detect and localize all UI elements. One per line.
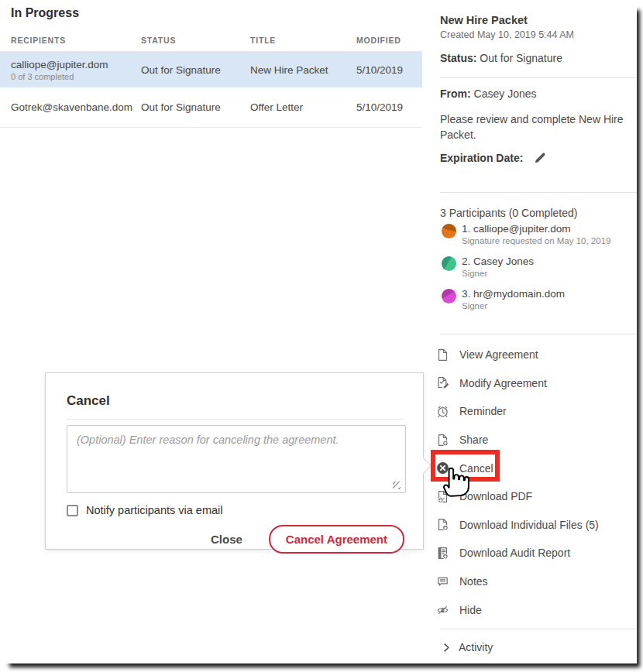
agreements-list: In Progress RECIPIENTS STATUS TITLE MODI… (0, 0, 422, 128)
activity-expander[interactable]: Activity (442, 641, 493, 653)
action-label: Share (459, 434, 488, 446)
activity-label: Activity (459, 641, 493, 653)
agreement-detail-panel: New Hire Packet Created May 10, 2019 5:4… (428, 0, 637, 663)
table-row[interactable]: calliope@jupiter.dom 0 of 3 completed Ou… (0, 52, 422, 87)
column-header-status[interactable]: STATUS (141, 36, 250, 45)
download-pdf-icon (436, 490, 449, 503)
participant-avatar (442, 256, 456, 271)
agreement-message: Please review and complete New Hire Pack… (440, 111, 635, 143)
action-download-audit-report[interactable]: Download Audit Report (436, 539, 637, 567)
participant-name: 1. calliope@jupiter.dom (462, 223, 610, 235)
participant-name: 3. hr@mydomain.dom (462, 288, 565, 300)
row-status: Out for Signature (141, 101, 250, 113)
page-title: In Progress (11, 6, 422, 20)
status-label: Status: (440, 52, 476, 64)
reminder-icon (436, 405, 449, 418)
table-header-row: RECIPIENTS STATUS TITLE MODIFIED (0, 33, 422, 52)
action-reminder[interactable]: Reminder (436, 397, 637, 426)
chevron-right-icon (442, 643, 452, 653)
divider (67, 419, 404, 420)
close-button[interactable]: Close (211, 533, 242, 546)
action-label: Modify Agreement (459, 377, 547, 389)
edit-pencil-icon[interactable] (534, 151, 547, 164)
from-value: Casey Jones (474, 87, 537, 100)
row-title: New Hire Packet (250, 64, 356, 76)
action-label: Cancel (459, 462, 493, 475)
column-header-title[interactable]: TITLE (250, 36, 356, 45)
cancel-agreement-button[interactable]: Cancel Agreement (269, 525, 404, 554)
agreement-actions: View Agreement Modify Agreement R (436, 341, 637, 624)
action-share[interactable]: Share (436, 426, 637, 454)
expiration-label: Expiration Date: (440, 152, 523, 164)
column-header-recipients[interactable]: RECIPIENTS (11, 36, 141, 45)
action-download-individual-files[interactable]: Download Individual Files (5) (436, 511, 637, 540)
action-label: Download Individual Files (5) (459, 519, 599, 531)
cancel-reason-input[interactable] (67, 425, 406, 493)
action-label: Notes (459, 575, 488, 588)
cancel-icon (436, 461, 449, 475)
table-row[interactable]: Gotrek@skavenbane.dom Out for Signature … (0, 87, 422, 128)
participant-status: Signature requested on May 10, 2019 (462, 236, 610, 245)
agreement-from-line: From: Casey Jones (440, 87, 634, 100)
divider (440, 77, 637, 78)
action-hide[interactable]: Hide (436, 595, 637, 624)
row-status: Out for Signature (141, 64, 250, 76)
action-label: Download PDF (459, 490, 532, 502)
participant-avatar (442, 289, 456, 303)
participant-status: Signer (462, 269, 534, 278)
action-label: Hide (459, 604, 482, 616)
from-label: From: (440, 87, 471, 100)
participant-row: 2. Casey Jones Signer (442, 255, 637, 278)
divider (440, 192, 637, 193)
divider (440, 629, 637, 629)
agreement-status-line: Status: Out for Signature (440, 52, 634, 64)
row-recipient: Gotrek@skavenbane.dom (11, 101, 141, 113)
agreement-created-date: Created May 10, 2019 5:44 AM (440, 29, 634, 40)
action-view-agreement[interactable]: View Agreement (436, 341, 637, 369)
status-value: Out for Signature (480, 52, 562, 64)
download-audit-report-icon (436, 547, 449, 560)
action-label: Download Audit Report (459, 547, 570, 559)
action-download-pdf[interactable]: Download PDF (436, 482, 637, 511)
participant-row: 1. calliope@jupiter.dom Signature reques… (442, 223, 637, 245)
notify-checkbox[interactable] (67, 505, 78, 516)
participants-heading: 3 Participants (0 Completed) (440, 207, 634, 219)
divider (440, 334, 637, 334)
row-modified: 5/10/2019 (356, 101, 422, 113)
download-individual-files-icon (436, 518, 449, 531)
agreement-title: New Hire Packet (440, 14, 634, 26)
row-title: Offer Letter (250, 101, 356, 113)
action-label: Reminder (459, 405, 507, 417)
action-label: View Agreement (459, 348, 538, 361)
row-recipient: calliope@jupiter.dom (11, 59, 141, 70)
modify-agreement-icon (436, 376, 449, 389)
column-header-modified[interactable]: MODIFIED (356, 36, 422, 45)
participant-avatar (442, 224, 456, 238)
action-cancel[interactable]: Cancel (436, 454, 637, 482)
expiration-line: Expiration Date: (440, 151, 634, 164)
row-modified: 5/10/2019 (356, 64, 422, 76)
notify-checkbox-label: Notify participants via email (86, 504, 223, 516)
action-modify-agreement[interactable]: Modify Agreement (436, 369, 637, 398)
view-agreement-icon (436, 348, 449, 362)
action-notes[interactable]: Notes (436, 567, 637, 596)
participant-status: Signer (462, 301, 565, 310)
cancel-dialog: Cancel Notify participants via email Clo… (45, 372, 424, 550)
screenshot-sheet: In Progress RECIPIENTS STATUS TITLE MODI… (0, 0, 637, 663)
hide-icon (436, 603, 449, 616)
textarea-resize-handle[interactable] (393, 482, 401, 489)
row-recipient-progress: 0 of 3 completed (11, 72, 141, 81)
notes-icon (436, 575, 449, 588)
dialog-title: Cancel (67, 393, 404, 409)
participant-name: 2. Casey Jones (462, 255, 534, 267)
share-icon (436, 434, 449, 447)
adobe-sign-manage-page: In Progress RECIPIENTS STATUS TITLE MODI… (0, 0, 643, 672)
participant-row: 3. hr@mydomain.dom Signer (442, 288, 637, 310)
